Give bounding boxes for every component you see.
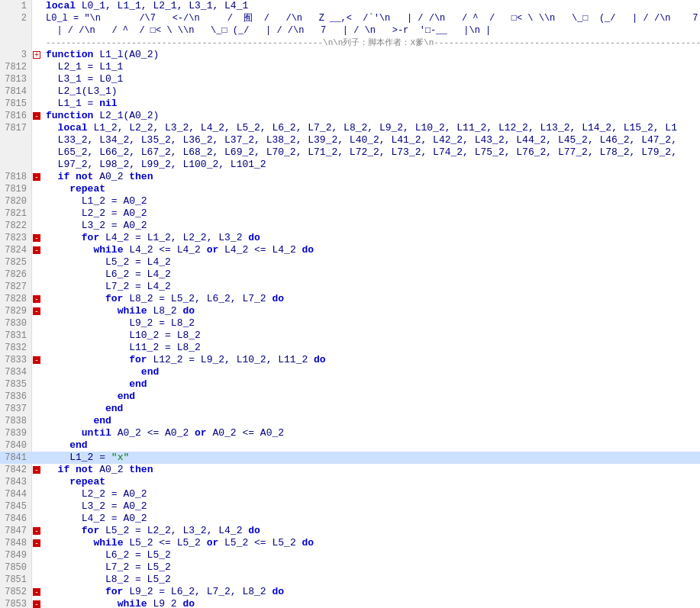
line-marker-7826	[32, 269, 43, 281]
line-num-7840: 7840	[0, 439, 32, 452]
line-num-3: 3	[0, 49, 32, 61]
line-num-7837: 7837	[0, 403, 32, 415]
code-line-7831: 7831 L10_2 = L8_2	[0, 330, 700, 342]
line-num-7835: 7835	[0, 378, 32, 391]
line-num-7841: 7841	[0, 452, 32, 464]
fold-icon-7853[interactable]: -	[33, 600, 40, 608]
code-editor: 1 local L0_1, L1_1, L2_1, L3_1, L4_1 2 L…	[0, 0, 700, 608]
line-marker-7817	[32, 122, 43, 134]
line-content-7842: if not A0_2 then	[43, 464, 700, 476]
line-marker-7828[interactable]: -	[32, 293, 43, 305]
line-marker-2b	[32, 24, 43, 37]
fold-icon-7816[interactable]: -	[33, 112, 40, 120]
code-line-7817: 7817 local L1_2, L2_2, L3_2, L4_2, L5_2,…	[0, 122, 700, 134]
line-marker-3[interactable]: +	[32, 49, 43, 61]
line-marker-7824[interactable]: -	[32, 244, 43, 256]
line-content-7840: end	[43, 439, 700, 452]
code-line-7816: 7816 - function L2_1(A0_2)	[0, 110, 700, 122]
fold-icon-7818[interactable]: -	[33, 173, 40, 181]
line-marker-7817b	[32, 134, 43, 146]
line-content-7835: end	[43, 378, 700, 391]
line-content-7817c: L65_2, L66_2, L67_2, L68_2, L69_2, L70_2…	[43, 146, 700, 159]
line-content-7825: L5_2 = L4_2	[43, 256, 700, 269]
line-num-7848: 7848	[0, 537, 32, 549]
line-num-7838: 7838	[0, 415, 32, 427]
line-content-7829: while L8_2 do	[43, 305, 700, 317]
line-marker-7844	[32, 488, 43, 500]
line-marker-7848[interactable]: -	[32, 537, 43, 549]
line-content-7823: for L4_2 = L1_2, L2_2, L3_2 do	[43, 232, 700, 244]
code-line-7826: 7826 L6_2 = L4_2	[0, 269, 700, 281]
line-marker-7829[interactable]: -	[32, 305, 43, 317]
line-marker-7823[interactable]: -	[32, 232, 43, 244]
line-content-7817: local L1_2, L2_2, L3_2, L4_2, L5_2, L6_2…	[43, 122, 700, 134]
code-line-7840: 7840 end	[0, 439, 700, 452]
line-num-7851: 7851	[0, 574, 32, 586]
code-line-7852: 7852 - for L9_2 = L6_2, L7_2, L8_2 do	[0, 586, 700, 598]
line-num-7832: 7832	[0, 342, 32, 354]
fold-icon-7842[interactable]: -	[33, 466, 40, 474]
line-num-7850: 7850	[0, 561, 32, 574]
fold-icon-7847[interactable]: -	[33, 527, 40, 535]
fold-icon-7833[interactable]: -	[33, 356, 40, 364]
line-content-3: function L1_l(A0_2)	[43, 49, 700, 61]
line-num-7853: 7853	[0, 598, 32, 608]
line-content-2b: | / /\n / ^ / □< \ \\n \_□ (_/ | / /\n 7…	[43, 24, 699, 37]
line-content-7847: for L5_2 = L2_2, L3_2, L4_2 do	[43, 525, 700, 537]
line-num-7839: 7839	[0, 427, 32, 439]
code-line-7819: 7819 repeat	[0, 183, 700, 195]
line-content-7832: L11_2 = L8_2	[43, 342, 700, 354]
line-content-7852: for L9_2 = L6_2, L7_2, L8_2 do	[43, 586, 700, 598]
code-line-7821: 7821 L2_2 = A0_2	[0, 207, 700, 220]
line-content-7820: L1_2 = A0_2	[43, 195, 700, 207]
line-marker-7852[interactable]: -	[32, 586, 43, 598]
line-marker-7817d	[32, 159, 43, 171]
line-content-7817b: L33_2, L34_2, L35_2, L36_2, L37_2, L38_2…	[43, 134, 700, 146]
line-num-7817c	[0, 146, 32, 159]
fold-icon-7848[interactable]: -	[33, 539, 40, 547]
line-marker-7833[interactable]: -	[32, 354, 43, 366]
code-line-7817d: L97_2, L98_2, L99_2, L100_2, L101_2	[0, 159, 700, 171]
line-marker-7847[interactable]: -	[32, 525, 43, 537]
fold-icon-7824[interactable]: -	[33, 246, 40, 254]
line-num-7812: 7812	[0, 61, 32, 73]
code-line-2b: | / /\n / ^ / □< \ \\n \_□ (_/ | / /\n 7…	[0, 24, 700, 37]
line-marker-7838	[32, 415, 43, 427]
line-marker-7821	[32, 207, 43, 220]
line-num-7833: 7833	[0, 354, 32, 366]
line-num-7842: 7842	[0, 464, 32, 476]
code-line-7820: 7820 L1_2 = A0_2	[0, 195, 700, 207]
line-marker-7849	[32, 549, 43, 561]
line-marker-7818[interactable]: -	[32, 171, 43, 183]
code-line-7841: 7841 L1_2 = "x"	[0, 452, 700, 464]
fold-icon-7823[interactable]: -	[33, 234, 40, 242]
line-marker-7845	[32, 500, 43, 513]
line-num-7852: 7852	[0, 586, 32, 598]
line-num-7815: 7815	[0, 98, 32, 110]
line-num-7831: 7831	[0, 330, 32, 342]
code-line-7814: 7814 L2_1(L3_1)	[0, 85, 700, 98]
fold-icon-7852[interactable]: -	[33, 588, 40, 596]
line-marker-7836	[32, 391, 43, 403]
code-line-7851: 7851 L8_2 = L5_2	[0, 574, 700, 586]
code-line-7829: 7829 - while L8_2 do	[0, 305, 700, 317]
line-marker-7816[interactable]: -	[32, 110, 43, 122]
fold-icon-3[interactable]: +	[33, 51, 40, 59]
line-content-7838: end	[43, 415, 700, 427]
line-marker-7853[interactable]: -	[32, 598, 43, 608]
fold-icon-7828[interactable]: -	[33, 295, 40, 303]
line-content-7844: L2_2 = A0_2	[43, 488, 700, 500]
line-num-7829: 7829	[0, 305, 32, 317]
line-content-7845: L3_2 = A0_2	[43, 500, 700, 513]
line-num-7845: 7845	[0, 500, 32, 513]
code-line-7813: 7813 L3_1 = L0_1	[0, 73, 700, 85]
line-marker-7842[interactable]: -	[32, 464, 43, 476]
line-content-7830: L9_2 = L8_2	[43, 317, 700, 330]
line-marker-7822	[32, 220, 43, 232]
line-num-7830: 7830	[0, 317, 32, 330]
line-marker-7837	[32, 403, 43, 415]
line-num-7817d	[0, 159, 32, 171]
line-num-7836: 7836	[0, 391, 32, 403]
fold-icon-7829[interactable]: -	[33, 307, 40, 315]
line-content-7851: L8_2 = L5_2	[43, 574, 700, 586]
